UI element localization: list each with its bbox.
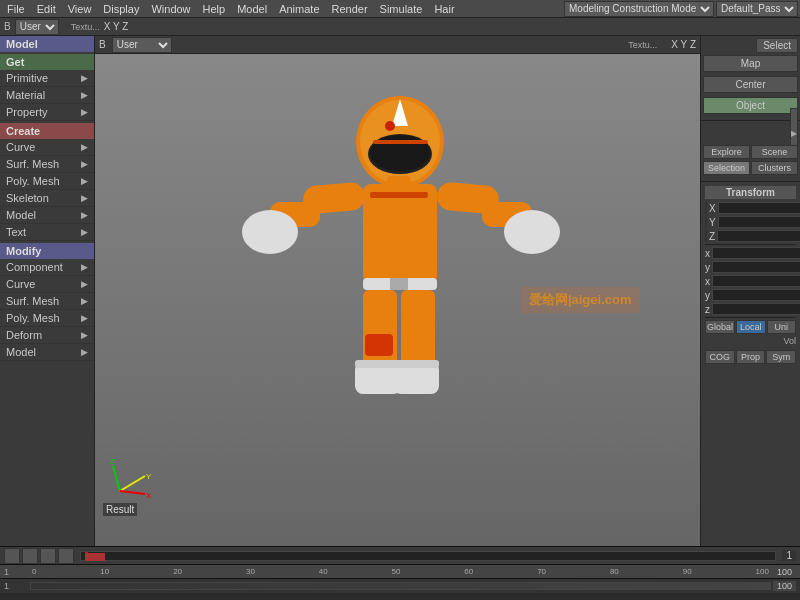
prop-btn[interactable]: Prop (736, 350, 766, 364)
svg-line-44 (120, 476, 145, 491)
view-select[interactable]: User (15, 19, 59, 35)
svg-point-33 (504, 210, 560, 254)
sy-input[interactable] (712, 261, 800, 273)
menu-animate[interactable]: Animate (274, 3, 324, 15)
menu-model[interactable]: Model (232, 3, 272, 15)
y-input[interactable] (718, 216, 800, 228)
panel-header-get: Get (0, 54, 94, 70)
track-bg (31, 583, 770, 589)
btn-model[interactable]: Model ▶ (0, 207, 94, 224)
texture-label: Textu... (71, 22, 100, 32)
btn-poly-mesh[interactable]: Poly. Mesh ▶ (0, 173, 94, 190)
ssx-label: x (705, 276, 710, 287)
tl-icon-3[interactable] (40, 548, 56, 564)
timeline-track-1[interactable] (80, 551, 776, 561)
timeline-ruler: 1 0 10 20 30 40 50 60 70 80 90 100 100 (0, 565, 800, 579)
menu-help[interactable]: Help (198, 3, 231, 15)
svg-text:Y: Y (146, 472, 152, 481)
scene-btn[interactable]: Scene (751, 145, 798, 159)
btn-component[interactable]: Component ▶ (0, 259, 94, 276)
tl-icon-1[interactable] (4, 548, 20, 564)
x-input[interactable] (718, 202, 800, 214)
svg-point-24 (385, 121, 395, 131)
menu-render[interactable]: Render (327, 3, 373, 15)
ssx-input[interactable] (712, 275, 800, 287)
viewport-header: B User Textu... X Y Z (95, 36, 700, 54)
x-color-box (705, 202, 707, 214)
btn-skeleton[interactable]: Skeleton ▶ (0, 190, 94, 207)
menu-edit[interactable]: Edit (32, 3, 61, 15)
svg-text:Z: Z (110, 457, 115, 466)
menu-window[interactable]: Window (146, 3, 195, 15)
clusters-btn[interactable]: Clusters (751, 161, 798, 175)
menu-simulate[interactable]: Simulate (375, 3, 428, 15)
tl-icon-2[interactable] (22, 548, 38, 564)
panel-header-create: Create (0, 123, 94, 139)
btn-surf-mesh[interactable]: Surf. Mesh ▶ (0, 156, 94, 173)
y-label: Y (709, 217, 716, 228)
local-btn[interactable]: Local (736, 320, 766, 334)
viewport-canvas[interactable]: Y Z X Result 爱给网|aigei.com (95, 54, 700, 546)
sx-input[interactable] (712, 247, 800, 259)
sym-btn[interactable]: Sym (766, 350, 796, 364)
menu-view[interactable]: View (63, 3, 97, 15)
z-label: Z (709, 231, 715, 242)
btn-curve-mod[interactable]: Curve ▶ (0, 276, 94, 293)
svg-point-30 (242, 210, 298, 254)
center-btn[interactable]: Center (703, 76, 798, 93)
view-mode-select[interactable]: User (112, 37, 172, 53)
y-color-box (705, 216, 707, 228)
timeline-track-2[interactable] (30, 582, 771, 590)
svg-rect-25 (373, 140, 428, 144)
menu-bar: File Edit View Display Window Help Model… (0, 0, 800, 18)
xyz-display-label: X Y Z (671, 39, 696, 50)
map-btn[interactable]: Map (703, 55, 798, 72)
tl-start: 1 (4, 567, 28, 577)
btn-material[interactable]: Material ▶ (0, 87, 94, 104)
viewport[interactable]: B User Textu... X Y Z (95, 36, 700, 546)
svg-rect-27 (370, 192, 428, 198)
frame-count[interactable]: 100 (773, 567, 796, 577)
svg-rect-43 (387, 176, 411, 188)
btn-curve[interactable]: Curve ▶ (0, 139, 94, 156)
panel-header-model: Model (0, 36, 94, 52)
ssz-label: z (705, 304, 710, 315)
btn-model-mod[interactable]: Model ▶ (0, 344, 94, 361)
explore-btn[interactable]: Explore (703, 145, 750, 159)
texture-display-label: Textu... (628, 40, 657, 50)
frame-input-1: 1 (782, 550, 796, 561)
cog-btn[interactable]: COG (705, 350, 735, 364)
camera-label: B (4, 21, 11, 32)
btn-text[interactable]: Text ▶ (0, 224, 94, 241)
ssy-input[interactable] (712, 289, 800, 301)
pass-select[interactable]: Default_Pass (716, 1, 798, 17)
svg-rect-38 (365, 334, 393, 356)
z-input[interactable] (717, 230, 800, 242)
btn-primitive[interactable]: Primitive ▶ (0, 70, 94, 87)
selection-btn[interactable]: Selection (703, 161, 750, 175)
panel-header-modify: Modify (0, 243, 94, 259)
viewport-toolbar: B User Textu... X Y Z (0, 18, 800, 36)
btn-deform[interactable]: Deform ▶ (0, 327, 94, 344)
btn-poly-mesh-mod[interactable]: Poly. Mesh ▶ (0, 310, 94, 327)
object-btn[interactable]: Object (703, 97, 798, 114)
viewport-bg (95, 54, 700, 546)
timeline-ruler-inner[interactable]: 0 10 20 30 40 50 60 70 80 90 100 (28, 567, 773, 576)
tl-icon-4[interactable] (58, 548, 74, 564)
svg-text:X: X (146, 491, 152, 500)
ssz-input[interactable] (712, 303, 800, 315)
svg-rect-36 (363, 290, 397, 370)
transform-header: Transform (705, 186, 796, 199)
menu-file[interactable]: File (2, 3, 30, 15)
menu-display[interactable]: Display (98, 3, 144, 15)
x-label: X (709, 203, 716, 214)
btn-surf-mesh-mod[interactable]: Surf. Mesh ▶ (0, 293, 94, 310)
z-color-box (705, 230, 707, 242)
right-panel: Select Map Center Object ▶ Explore Scene (700, 36, 800, 546)
tl-end-val: 100 (773, 581, 796, 591)
mode-select[interactable]: Modeling Construction Mode (564, 1, 714, 17)
uni-btn[interactable]: Uni (767, 320, 797, 334)
menu-hair[interactable]: Hair (429, 3, 459, 15)
btn-property[interactable]: Property ▶ (0, 104, 94, 121)
global-btn[interactable]: Global (705, 320, 735, 334)
